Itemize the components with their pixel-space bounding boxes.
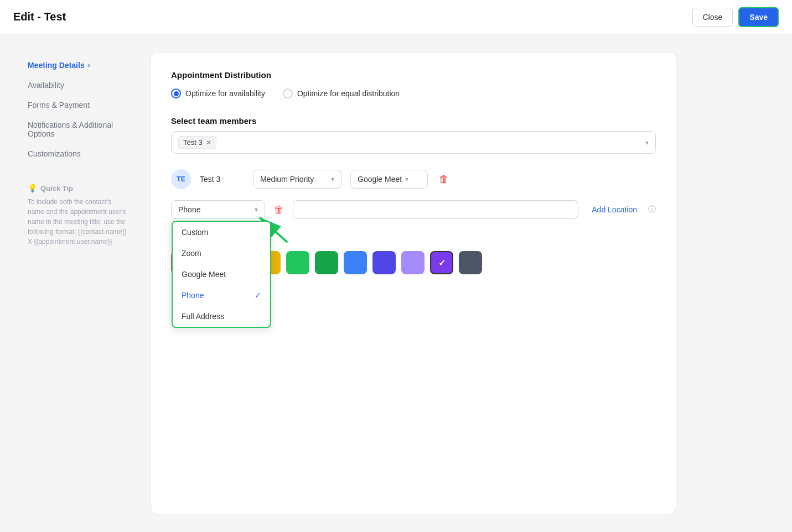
lightbulb-icon: 💡 — [28, 184, 37, 192]
sidebar-label-forms-payment: Forms & Payment — [28, 101, 90, 109]
dropdown-item-custom[interactable]: Custom — [173, 222, 270, 243]
meet-dropdown[interactable]: Google Meet ▾ — [350, 170, 428, 189]
color-swatch-9[interactable]: ✓ — [430, 251, 453, 274]
member-initials: TE — [177, 175, 185, 183]
appointment-distribution-section: Appointment Distribution Optimize for av… — [171, 70, 656, 98]
remove-tag-button[interactable]: ✕ — [206, 139, 211, 147]
delete-location-button[interactable]: 🗑 — [272, 202, 286, 218]
dropdown-label-custom: Custom — [182, 228, 208, 237]
radio-option-equal[interactable]: Optimize for equal distribution — [283, 88, 400, 98]
radio-outer-availability — [171, 88, 181, 98]
sidebar-label-customizations: Customizations — [28, 149, 81, 158]
dropdown-item-google-meet[interactable]: Google Meet — [173, 264, 270, 285]
team-members-section: Select team members Test 3 ✕ ▾ — [171, 116, 656, 154]
dropdown-label-google-meet: Google Meet — [182, 270, 226, 279]
color-swatch-4[interactable] — [286, 251, 309, 274]
sidebar-item-meeting-details[interactable]: Meeting Details › — [22, 56, 133, 74]
team-tag-label: Test 3 — [183, 138, 203, 147]
member-avatar: TE — [171, 169, 191, 189]
sidebar-item-customizations[interactable]: Customizations — [22, 145, 133, 163]
radio-option-availability[interactable]: Optimize for availability — [171, 88, 265, 98]
location-row: Phone ▾ Custom Zoom Google Meet Phone — [171, 200, 656, 219]
location-selected-label: Phone — [178, 205, 200, 214]
location-chevron-icon: ▾ — [255, 206, 258, 213]
dropdown-label-phone: Phone — [182, 291, 204, 300]
sidebar: Meeting Details › Availability Forms & P… — [22, 52, 133, 514]
add-location-button[interactable]: Add Location — [585, 201, 644, 218]
quick-tip-header: 💡 Quick Tip — [28, 184, 127, 192]
color-swatch-10[interactable] — [459, 251, 482, 274]
sidebar-label-meeting-details: Meeting Details — [28, 61, 85, 70]
check-icon: ✓ — [255, 291, 261, 300]
quick-tip-section: 💡 Quick Tip To include both the contact'… — [22, 178, 133, 252]
sidebar-label-availability: Availability — [28, 81, 64, 90]
close-button[interactable]: Close — [692, 8, 733, 27]
sidebar-label-notifications: Notifications & Additional Options — [28, 121, 127, 138]
priority-label: Medium Priority — [260, 175, 314, 184]
sidebar-item-forms-payment[interactable]: Forms & Payment — [22, 96, 133, 114]
priority-dropdown[interactable]: Medium Priority ▾ — [253, 170, 341, 189]
header-actions: Close Save — [692, 7, 779, 27]
color-swatch-6[interactable] — [344, 251, 367, 274]
add-location-container: Add Location ⓘ — [585, 201, 656, 218]
meet-label: Google Meet — [358, 175, 402, 184]
chevron-right-icon: › — [88, 61, 90, 69]
content-panel: Appointment Distribution Optimize for av… — [151, 52, 676, 514]
sidebar-item-notifications[interactable]: Notifications & Additional Options — [22, 116, 133, 143]
radio-outer-equal — [283, 88, 293, 98]
info-icon[interactable]: ⓘ — [648, 205, 656, 215]
appointment-distribution-title: Appointment Distribution — [171, 70, 656, 80]
swatch-check-icon: ✓ — [438, 258, 446, 268]
location-input[interactable] — [293, 200, 578, 219]
dropdown-item-zoom[interactable]: Zoom — [173, 243, 270, 264]
team-members-label: Select team members — [171, 116, 656, 126]
selected-tags: Test 3 ✕ — [178, 136, 216, 149]
quick-tip-text: To include both the contact's name and t… — [28, 197, 127, 247]
sidebar-item-availability[interactable]: Availability — [22, 76, 133, 94]
page-title: Edit - Test — [13, 11, 66, 23]
team-tag: Test 3 ✕ — [178, 136, 216, 149]
chevron-down-icon: ▾ — [645, 139, 649, 147]
radio-inner-availability — [174, 91, 179, 96]
color-swatch-8[interactable] — [401, 251, 425, 274]
save-button[interactable]: Save — [738, 7, 779, 27]
main-layout: Meeting Details › Availability Forms & P… — [0, 34, 792, 532]
dropdown-label-zoom: Zoom — [182, 249, 201, 258]
team-select-box[interactable]: Test 3 ✕ ▾ — [171, 131, 656, 154]
quick-tip-title: Quick Tip — [40, 184, 73, 192]
member-row: TE Test 3 Medium Priority ▾ Google Meet … — [171, 169, 656, 189]
priority-chevron-icon: ▾ — [331, 175, 334, 183]
radio-group: Optimize for availability Optimize for e… — [171, 88, 656, 98]
delete-member-button[interactable]: 🗑 — [437, 171, 451, 187]
color-swatch-7[interactable] — [372, 251, 396, 274]
member-name: Test 3 — [200, 175, 244, 184]
radio-label-availability: Optimize for availability — [185, 89, 265, 98]
dropdown-label-full-address: Full Address — [182, 312, 224, 321]
location-dropdown-menu: Custom Zoom Google Meet Phone ✓ Full Add… — [172, 221, 271, 328]
radio-label-equal: Optimize for equal distribution — [297, 89, 400, 98]
location-select-box[interactable]: Phone ▾ Custom Zoom Google Meet Phone — [171, 200, 265, 219]
dropdown-item-phone[interactable]: Phone ✓ — [173, 285, 270, 306]
color-swatch-5[interactable] — [315, 251, 338, 274]
dropdown-item-full-address[interactable]: Full Address — [173, 306, 270, 327]
meet-chevron-icon: ▾ — [405, 175, 408, 183]
page-header: Edit - Test Close Save — [0, 0, 792, 34]
